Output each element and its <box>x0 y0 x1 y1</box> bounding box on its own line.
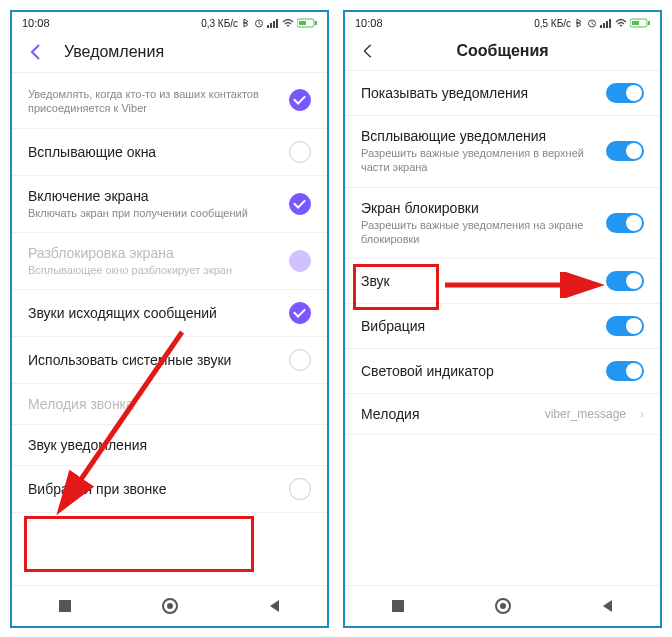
row-label: Звук уведомления <box>28 437 311 453</box>
svg-rect-3 <box>273 21 275 28</box>
svg-rect-8 <box>59 600 71 612</box>
row-label: Разблокировка экрана <box>28 245 279 261</box>
settings-row[interactable]: Звуки исходящих сообщений <box>12 290 327 337</box>
row-label: Вибрация <box>361 318 596 334</box>
row-label: Вибрация при звонке <box>28 481 279 497</box>
toggle-switch[interactable] <box>606 213 644 233</box>
status-icons: 0,5 КБ/с <box>534 18 650 29</box>
row-label: Экран блокировки <box>361 200 596 216</box>
row-subtitle: Разрешить важные уведомления в верхней ч… <box>361 146 596 175</box>
status-bar: 10:08 0,3 КБ/с <box>12 12 327 34</box>
checkbox[interactable] <box>289 302 311 324</box>
checkbox[interactable] <box>289 349 311 371</box>
status-bar: 10:08 0,5 КБ/с <box>345 12 660 34</box>
signal-icon <box>600 18 612 28</box>
nav-home-icon[interactable] <box>161 597 179 615</box>
row-label: Световой индикатор <box>361 363 596 379</box>
nav-recent-icon[interactable] <box>56 597 74 615</box>
row-subtitle: Разрешить важные уведомления на экране б… <box>361 218 596 247</box>
app-header: Сообщения <box>345 34 660 70</box>
settings-row[interactable]: Включение экранаВключать экран при получ… <box>12 176 327 233</box>
svg-rect-14 <box>603 23 605 28</box>
toggle-switch[interactable] <box>606 271 644 291</box>
row-label: Всплывающие окна <box>28 144 279 160</box>
settings-row[interactable]: Всплывающие окна <box>12 129 327 176</box>
svg-rect-6 <box>299 21 306 25</box>
checkbox[interactable] <box>289 478 311 500</box>
settings-row: Мелодия звонка <box>12 384 327 425</box>
back-chevron-icon[interactable] <box>359 42 377 60</box>
row-label: Включение экрана <box>28 188 279 204</box>
settings-row[interactable]: Всплывающие уведомленияРазрешить важные … <box>345 116 660 188</box>
alarm-icon <box>587 18 597 28</box>
row-label: Всплывающие уведомления <box>361 128 596 144</box>
alarm-icon <box>254 18 264 28</box>
phone-right: 10:08 0,5 КБ/с Сообщения Показывать увед… <box>343 10 662 628</box>
checkbox[interactable] <box>289 89 311 111</box>
row-subtitle: Уведомлять, когда кто-то из ваших контак… <box>28 87 279 116</box>
nav-home-icon[interactable] <box>494 597 512 615</box>
row-value: viber_message <box>545 407 626 421</box>
phone-left: 10:08 0,3 КБ/с Уведомления Уведомлять, к… <box>10 10 329 628</box>
settings-row[interactable]: Показывать уведомления <box>345 71 660 116</box>
status-time: 10:08 <box>355 17 383 29</box>
bluetooth-icon <box>574 18 584 28</box>
settings-row: Разблокировка экранаВсплывающее окно раз… <box>12 233 327 290</box>
svg-rect-16 <box>609 19 611 28</box>
row-label: Показывать уведомления <box>361 85 596 101</box>
settings-row[interactable]: Уведомлять, когда кто-то из ваших контак… <box>12 73 327 129</box>
settings-list: Уведомлять, когда кто-то из ваших контак… <box>12 73 327 585</box>
signal-icon <box>267 18 279 28</box>
checkbox[interactable] <box>289 141 311 163</box>
page-title: Сообщения <box>456 42 548 60</box>
settings-row[interactable]: Вибрация <box>345 304 660 349</box>
page-title: Уведомления <box>64 43 164 61</box>
settings-row[interactable]: Мелодияviber_message› <box>345 394 660 435</box>
nav-bar <box>345 585 660 626</box>
settings-list: Показывать уведомленияВсплывающие уведом… <box>345 71 660 585</box>
settings-row[interactable]: Световой индикатор <box>345 349 660 394</box>
settings-row[interactable]: Звук уведомления <box>12 425 327 466</box>
battery-icon <box>630 18 650 28</box>
wifi-icon <box>282 18 294 28</box>
svg-rect-4 <box>276 19 278 28</box>
status-time: 10:08 <box>22 17 50 29</box>
svg-rect-19 <box>648 21 650 25</box>
svg-rect-1 <box>267 25 269 28</box>
back-arrow-icon[interactable] <box>26 42 46 62</box>
app-header: Уведомления <box>12 34 327 72</box>
toggle-switch[interactable] <box>606 361 644 381</box>
settings-row[interactable]: Звук <box>345 259 660 304</box>
settings-row[interactable]: Вибрация при звонке <box>12 466 327 513</box>
svg-rect-7 <box>315 21 317 25</box>
row-label: Звук <box>361 273 596 289</box>
toggle-switch[interactable] <box>606 141 644 161</box>
toggle-switch[interactable] <box>606 83 644 103</box>
checkbox[interactable] <box>289 193 311 215</box>
chevron-right-icon: › <box>640 407 644 421</box>
settings-row[interactable]: Использовать системные звуки <box>12 337 327 384</box>
status-icons: 0,3 КБ/с <box>201 18 317 29</box>
bluetooth-icon <box>241 18 251 28</box>
battery-icon <box>297 18 317 28</box>
row-label: Мелодия звонка <box>28 396 311 412</box>
row-subtitle: Всплывающее окно разблокирует экран <box>28 263 279 277</box>
nav-bar <box>12 585 327 626</box>
svg-rect-2 <box>270 23 272 28</box>
row-label: Использовать системные звуки <box>28 352 279 368</box>
svg-point-10 <box>167 603 173 609</box>
row-label: Звуки исходящих сообщений <box>28 305 279 321</box>
svg-rect-18 <box>632 21 639 25</box>
nav-back-icon[interactable] <box>266 597 284 615</box>
row-subtitle: Включать экран при получении сообщений <box>28 206 279 220</box>
settings-row[interactable]: Экран блокировкиРазрешить важные уведомл… <box>345 188 660 260</box>
svg-rect-15 <box>606 21 608 28</box>
toggle-switch[interactable] <box>606 316 644 336</box>
row-label: Мелодия <box>361 406 535 422</box>
svg-rect-20 <box>392 600 404 612</box>
svg-rect-13 <box>600 25 602 28</box>
nav-recent-icon[interactable] <box>389 597 407 615</box>
checkbox <box>289 250 311 272</box>
nav-back-icon[interactable] <box>599 597 617 615</box>
wifi-icon <box>615 18 627 28</box>
